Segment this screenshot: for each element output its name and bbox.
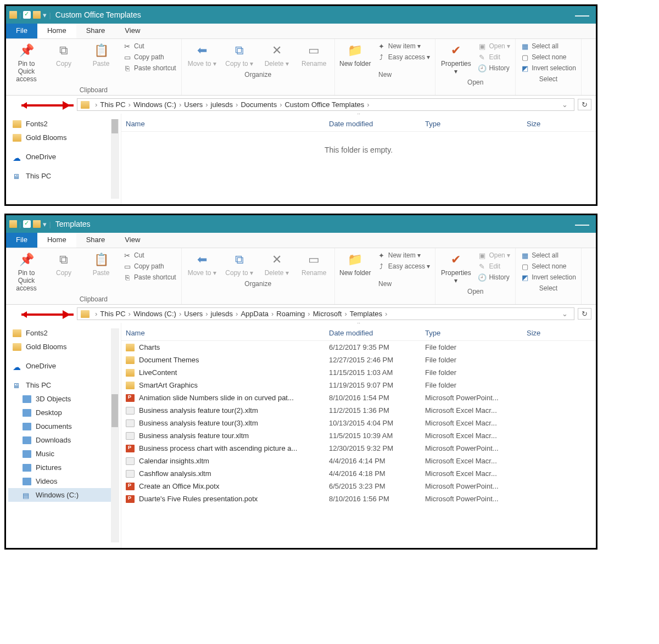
col-type[interactable]: Type bbox=[425, 329, 527, 337]
nav-item[interactable]: Videos bbox=[8, 474, 119, 488]
col-size[interactable]: Size bbox=[527, 120, 554, 128]
list-item[interactable]: Business analysis feature tour(2).xltm 1… bbox=[121, 404, 596, 417]
titlebar[interactable]: | ▾ | Templates — bbox=[6, 215, 596, 233]
history-button[interactable]: 🕘History bbox=[476, 272, 512, 282]
new-folder-button[interactable]: 📁New folder bbox=[338, 41, 372, 69]
col-date[interactable]: Date modified bbox=[329, 120, 425, 128]
breadcrumb-item[interactable]: Custom Office Templates bbox=[284, 100, 364, 109]
nav-item[interactable]: Documents bbox=[8, 419, 119, 433]
nav-item[interactable]: Gold Blooms bbox=[8, 340, 119, 354]
breadcrumb-item[interactable]: julesds bbox=[211, 100, 233, 109]
copy-path-button[interactable]: ▭Copy path bbox=[121, 52, 178, 62]
list-item[interactable]: Business process chart with ascending pi… bbox=[121, 442, 596, 455]
list-item[interactable]: Duarte's Five Rules presentation.potx 8/… bbox=[121, 492, 596, 505]
breadcrumb-item[interactable]: Templates bbox=[350, 310, 382, 318]
paste-shortcut-button[interactable]: ⎘Paste shortcut bbox=[121, 272, 178, 282]
breadcrumb-item[interactable]: Roaming bbox=[276, 310, 305, 318]
pin-to-quick-access-button[interactable]: 📌Pin to Quick access bbox=[9, 41, 43, 84]
properties-button[interactable]: ✔Properties ▾ bbox=[439, 41, 473, 76]
chevron-down-icon[interactable]: ⌄ bbox=[559, 100, 571, 109]
tab-file[interactable]: File bbox=[6, 24, 37, 38]
move-to-button[interactable]: ⬅Move to ▾ bbox=[185, 41, 219, 69]
edit-button[interactable]: ✎Edit bbox=[476, 261, 512, 271]
copy-button[interactable]: ⧉Copy bbox=[47, 250, 81, 278]
breadcrumb-item[interactable]: Windows (C:) bbox=[133, 310, 176, 318]
new-folder-button[interactable]: 📁New folder bbox=[338, 250, 372, 278]
edit-button[interactable]: ✎Edit bbox=[476, 52, 512, 62]
new-item-button[interactable]: ✦New item ▾ bbox=[376, 41, 432, 51]
pin-to-quick-access-button[interactable]: 📌Pin to Quick access bbox=[9, 250, 43, 293]
tab-file[interactable]: File bbox=[6, 233, 37, 248]
list-item[interactable]: Charts 6/12/2017 9:35 PM File folder bbox=[121, 341, 596, 354]
new-item-button[interactable]: ✦New item ▾ bbox=[376, 250, 432, 260]
nav-item[interactable]: Fonts2 bbox=[8, 326, 119, 340]
select-all-button[interactable]: ▦Select all bbox=[519, 41, 578, 51]
cut-button[interactable]: ✂Cut bbox=[121, 41, 178, 51]
refresh-button[interactable]: ↻ bbox=[578, 99, 591, 110]
rename-button[interactable]: ▭Rename bbox=[297, 250, 331, 278]
paste-shortcut-button[interactable]: ⎘Paste shortcut bbox=[121, 63, 178, 73]
copy-path-button[interactable]: ▭Copy path bbox=[121, 261, 178, 271]
breadcrumb-item[interactable]: Windows (C:) bbox=[133, 100, 176, 109]
list-item[interactable]: LiveContent 11/15/2015 1:03 AM File fold… bbox=[121, 366, 596, 379]
scrollbar[interactable] bbox=[111, 328, 119, 542]
titlebar[interactable]: | ▾ | Custom Office Templates — bbox=[6, 6, 596, 24]
select-none-button[interactable]: ▢Select none bbox=[519, 261, 578, 271]
copy-to-button[interactable]: ⧉Copy to ▾ bbox=[222, 250, 256, 278]
select-none-button[interactable]: ▢Select none bbox=[519, 52, 578, 62]
col-name[interactable]: Name bbox=[126, 329, 329, 337]
breadcrumb-item[interactable]: Microsoft bbox=[313, 310, 342, 318]
nav-item[interactable]: Downloads bbox=[8, 433, 119, 447]
refresh-button[interactable]: ↻ bbox=[578, 308, 591, 320]
list-item[interactable]: Document Themes 12/27/2015 2:46 PM File … bbox=[121, 354, 596, 366]
breadcrumb-item[interactable]: Documents bbox=[241, 100, 277, 109]
easy-access-button[interactable]: ⤴Easy access ▾ bbox=[376, 261, 432, 271]
list-item[interactable]: Business analysis feature tour.xltm 11/5… bbox=[121, 429, 596, 442]
easy-access-button[interactable]: ⤴Easy access ▾ bbox=[376, 52, 432, 62]
breadcrumb[interactable]: ›This PC›Windows (C:)›Users›julesds›AppD… bbox=[77, 307, 574, 320]
breadcrumb-item[interactable]: Users bbox=[184, 100, 203, 109]
list-item[interactable]: SmartArt Graphics 11/19/2015 9:07 PM Fil… bbox=[121, 379, 596, 391]
tab-share[interactable]: Share bbox=[76, 24, 115, 38]
breadcrumb-item[interactable]: This PC bbox=[100, 100, 125, 109]
breadcrumb-item[interactable]: julesds bbox=[211, 310, 233, 318]
delete-button[interactable]: ✕Delete ▾ bbox=[260, 41, 294, 69]
nav-item[interactable]: Desktop bbox=[8, 406, 119, 419]
nav-item[interactable]: This PC bbox=[8, 169, 119, 183]
list-item[interactable]: Calendar insights.xltm 4/4/2016 4:14 PM … bbox=[121, 455, 596, 467]
tab-view[interactable]: View bbox=[115, 24, 150, 38]
col-name[interactable]: Name bbox=[126, 120, 329, 128]
select-all-button[interactable]: ▦Select all bbox=[519, 250, 578, 260]
nav-item[interactable]: Gold Blooms bbox=[8, 131, 119, 144]
list-item[interactable]: Business analysis feature tour(3).xltm 1… bbox=[121, 417, 596, 429]
rename-button[interactable]: ▭Rename bbox=[297, 41, 331, 69]
history-button[interactable]: 🕘History bbox=[476, 63, 512, 73]
tab-home[interactable]: Home bbox=[37, 233, 76, 248]
copy-button[interactable]: ⧉Copy bbox=[47, 41, 81, 69]
list-item[interactable]: Animation slide Numbers slide in on curv… bbox=[121, 391, 596, 404]
tab-home[interactable]: Home bbox=[37, 24, 76, 38]
col-type[interactable]: Type bbox=[425, 120, 527, 128]
col-date[interactable]: Date modified bbox=[329, 329, 425, 337]
list-item[interactable]: Create an Office Mix.potx 6/5/2015 3:23 … bbox=[121, 480, 596, 492]
col-size[interactable]: Size bbox=[527, 329, 554, 337]
copy-to-button[interactable]: ⧉Copy to ▾ bbox=[222, 41, 256, 69]
open-button[interactable]: ▣Open ▾ bbox=[476, 250, 512, 260]
move-to-button[interactable]: ⬅Move to ▾ bbox=[185, 250, 219, 278]
breadcrumb-item[interactable]: AppData bbox=[241, 310, 269, 318]
paste-button[interactable]: 📋Paste bbox=[84, 41, 118, 69]
breadcrumb[interactable]: ›This PC›Windows (C:)›Users›julesds›Docu… bbox=[77, 98, 574, 111]
scrollbar[interactable] bbox=[111, 119, 119, 199]
nav-item[interactable]: Windows (C:) bbox=[8, 488, 119, 502]
delete-button[interactable]: ✕Delete ▾ bbox=[260, 250, 294, 278]
nav-item[interactable]: OneDrive bbox=[8, 359, 119, 373]
nav-item[interactable]: Pictures bbox=[8, 461, 119, 474]
breadcrumb-item[interactable]: This PC bbox=[100, 310, 125, 318]
nav-item[interactable]: This PC bbox=[8, 378, 119, 392]
nav-item[interactable]: 3D Objects bbox=[8, 392, 119, 406]
properties-button[interactable]: ✔Properties ▾ bbox=[439, 250, 473, 285]
invert-selection-button[interactable]: ◩Invert selection bbox=[519, 63, 578, 73]
invert-selection-button[interactable]: ◩Invert selection bbox=[519, 272, 578, 282]
nav-item[interactable]: OneDrive bbox=[8, 150, 119, 164]
paste-button[interactable]: 📋Paste bbox=[84, 250, 118, 278]
